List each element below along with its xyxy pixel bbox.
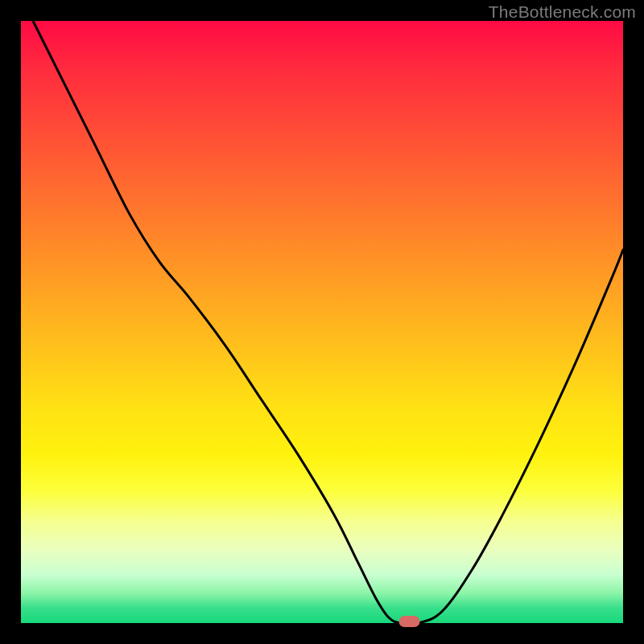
chart-svg: [21, 21, 623, 623]
optimal-marker: [399, 616, 420, 627]
watermark-text: TheBottleneck.com: [489, 2, 636, 22]
chart-frame: TheBottleneck.com: [0, 0, 644, 644]
plot-area: [21, 21, 623, 623]
bottleneck-curve: [33, 21, 623, 625]
